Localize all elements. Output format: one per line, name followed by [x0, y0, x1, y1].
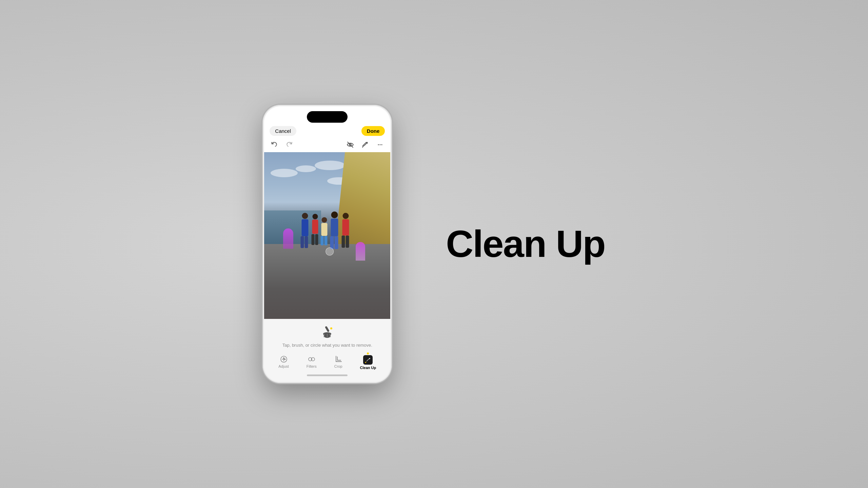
cloud [296, 165, 316, 172]
svg-line-1 [348, 142, 353, 147]
svg-point-4 [381, 144, 382, 145]
cleanup-tab-icon [363, 355, 373, 365]
svg-rect-23 [342, 236, 345, 248]
svg-rect-20 [335, 236, 338, 249]
svg-point-31 [284, 359, 285, 360]
done-button[interactable]: Done [361, 126, 385, 136]
toolbar-left [270, 140, 294, 149]
svg-point-21 [343, 213, 349, 219]
brush-indicator [326, 247, 334, 256]
svg-rect-25 [325, 326, 330, 332]
svg-rect-19 [330, 236, 334, 249]
cleanup-icon-area [270, 324, 385, 339]
svg-point-3 [380, 144, 381, 145]
svg-point-2 [378, 144, 379, 145]
svg-rect-15 [321, 236, 324, 245]
svg-point-13 [322, 217, 327, 223]
cloud [315, 161, 345, 170]
svg-rect-16 [324, 236, 328, 245]
svg-point-34 [365, 362, 366, 363]
cleanup-brush-icon [320, 324, 335, 339]
svg-rect-14 [321, 223, 328, 236]
crop-icon [334, 355, 342, 363]
bottom-panel: Tap, brush, or circle what you want to r… [264, 319, 390, 382]
photo-area [264, 152, 390, 319]
big-title: Clean Up [446, 225, 605, 263]
svg-rect-10 [312, 220, 318, 234]
svg-rect-8 [305, 236, 308, 248]
hide-icon[interactable] [346, 140, 355, 149]
svg-point-29 [283, 358, 284, 359]
cloud [271, 169, 298, 177]
toolbar-row [264, 139, 390, 152]
svg-rect-7 [301, 236, 304, 248]
cleanup-label: Clean Up [360, 366, 376, 370]
family-figures [296, 210, 353, 259]
iphone-inner: Cancel Done [264, 106, 390, 382]
svg-point-26 [330, 327, 332, 329]
home-indicator [307, 374, 348, 376]
dynamic-island [307, 111, 348, 123]
svg-rect-18 [331, 219, 338, 236]
active-dot [367, 352, 369, 354]
crop-label: Crop [334, 364, 342, 368]
tab-crop[interactable]: Crop [332, 354, 345, 371]
ghost-figure-right [356, 242, 365, 261]
tab-adjust[interactable]: Adjust [276, 354, 292, 371]
filters-icon [308, 355, 316, 363]
cancel-button[interactable]: Cancel [270, 126, 296, 136]
svg-point-5 [302, 213, 308, 219]
svg-rect-22 [342, 219, 349, 236]
toolbar-right [346, 140, 385, 149]
main-container: Cancel Done [263, 105, 605, 383]
svg-rect-12 [315, 234, 318, 245]
bottom-tabs: Adjust Filters [270, 352, 385, 372]
ghost-figure-left [283, 228, 293, 249]
svg-rect-11 [312, 234, 315, 245]
adjust-icon [280, 355, 288, 363]
redo-icon[interactable] [284, 140, 294, 149]
svg-rect-24 [346, 236, 349, 248]
photo-bg [264, 152, 390, 319]
undo-icon[interactable] [270, 140, 279, 149]
instruction-text: Tap, brush, or circle what you want to r… [270, 343, 385, 348]
svg-rect-6 [302, 219, 309, 236]
markup-icon[interactable] [360, 140, 370, 149]
svg-point-17 [331, 211, 338, 218]
more-icon[interactable] [375, 140, 385, 149]
tab-filters[interactable]: Filters [304, 354, 319, 371]
tab-cleanup[interactable]: Clean Up [357, 354, 379, 371]
svg-point-9 [313, 214, 318, 219]
iphone-frame: Cancel Done [263, 105, 392, 383]
filters-label: Filters [307, 364, 317, 368]
adjust-label: Adjust [278, 364, 289, 368]
